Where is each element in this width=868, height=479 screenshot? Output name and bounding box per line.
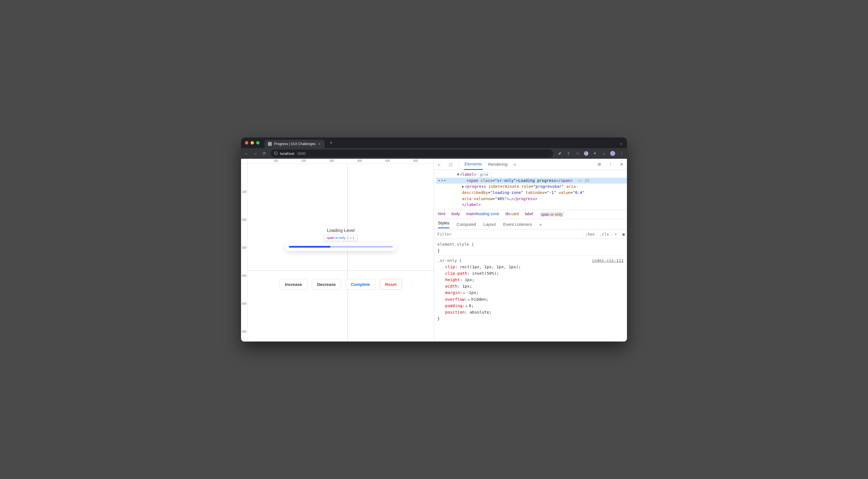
inspect-tooltip: span.sr-only1 × 1 — [324, 235, 358, 241]
favicon-icon — [268, 142, 272, 146]
tooltip-class: .sr-only — [334, 236, 345, 240]
close-devtools-icon[interactable]: ✕ — [619, 162, 625, 166]
cls-toggle[interactable]: .cls — [597, 230, 611, 238]
devtools-tabs: ⟀ ▢ Elements Rendering » ⚙ ⋮ ✕ — [434, 159, 627, 170]
crumb[interactable]: main#loading-zone — [466, 212, 499, 217]
tab-event-listeners[interactable]: Event Listeners — [503, 222, 532, 227]
rule-selector: .sr-only { — [437, 258, 462, 263]
crumb[interactable]: div.card — [505, 212, 519, 217]
tab-computed[interactable]: Computed — [457, 222, 476, 227]
element-style-selector: element.style { — [437, 242, 474, 247]
loading-heading: Loading Level — [327, 228, 355, 233]
address-field[interactable]: ⓘ localhost:3000 — [271, 150, 553, 157]
progress-track — [289, 246, 393, 248]
extensions-icon[interactable]: ✦ — [592, 151, 597, 156]
crumb[interactable]: body — [451, 212, 460, 217]
dom-tree[interactable]: ▼<label>grid •••<span class="sr-only">Lo… — [434, 170, 627, 210]
new-tab-button[interactable]: + — [327, 140, 336, 146]
dom-node[interactable]: ▼<label>grid — [436, 171, 627, 178]
crumb-selected[interactable]: span.sr-only — [539, 212, 564, 217]
back-icon[interactable]: ← — [244, 151, 249, 156]
toolbar-actions: ⬈ ⇧ ☆ ✦ ♪ ⋮ — [557, 151, 624, 156]
forward-icon[interactable]: → — [253, 151, 258, 156]
window-controls — [245, 141, 259, 145]
style-rules[interactable]: element.style { } index.css:111 .sr-only… — [434, 239, 627, 324]
url-bar: ← → ⟳ ⓘ localhost:3000 ⬈ ⇧ ☆ ✦ ♪ ⋮ — [241, 148, 627, 159]
tooltip-dimensions: 1 × 1 — [347, 236, 354, 240]
device-toggle-icon[interactable]: ▢ — [447, 162, 454, 166]
titlebar: Progress | GUI Challenges × + ⌄ — [241, 137, 627, 148]
tabs-more-icon[interactable]: » — [513, 159, 517, 169]
dom-node-selected[interactable]: •••<span class="sr-only">Loading progres… — [436, 178, 627, 184]
minimize-window-button[interactable] — [251, 141, 254, 145]
styles-filter-input[interactable] — [434, 230, 583, 239]
tabs-overflow-icon[interactable]: ⌄ — [619, 140, 623, 146]
increase-button[interactable]: Increase — [280, 279, 307, 290]
browser-tab[interactable]: Progress | GUI Challenges × — [265, 140, 325, 148]
styles-more-icon[interactable]: » — [539, 222, 542, 227]
crumb[interactable]: html — [438, 212, 445, 217]
dom-node: describedby="loading-zone" tabindex="-1"… — [436, 190, 627, 196]
bookmark-icon[interactable]: ☆ — [575, 151, 580, 156]
url-path: :3000 — [297, 152, 306, 156]
tab-styles[interactable]: Styles — [438, 221, 450, 228]
menu-icon[interactable]: ⋮ — [619, 151, 624, 156]
settings-icon[interactable]: ⚙ — [596, 162, 602, 166]
tab-elements[interactable]: Elements — [464, 159, 483, 170]
tooltip-tag: span — [327, 236, 334, 240]
reload-icon[interactable]: ⟳ — [262, 151, 267, 156]
extension-icon[interactable] — [584, 151, 588, 156]
devtools-panel: ⟀ ▢ Elements Rendering » ⚙ ⋮ ✕ ▼<label>g… — [434, 159, 627, 342]
url-host: localhost — [280, 152, 294, 156]
tab-layout[interactable]: Layout — [483, 222, 496, 227]
dom-node[interactable]: ▶<progress indeterminate role="progressb… — [436, 184, 627, 190]
maximize-window-button[interactable] — [256, 141, 259, 145]
close-tab-icon[interactable]: × — [318, 142, 321, 146]
site-info-icon[interactable]: ⓘ — [274, 151, 278, 156]
media-icon[interactable]: ♪ — [601, 151, 606, 156]
share-icon[interactable]: ⇧ — [566, 151, 571, 156]
dom-breadcrumbs: html body main#loading-zone div.card lab… — [434, 210, 627, 219]
progress-fill — [289, 246, 331, 248]
toggle-sidebar-icon[interactable]: ▣ — [620, 230, 627, 238]
rule-source[interactable]: index.css:111 — [592, 257, 624, 264]
progress-card — [285, 243, 397, 251]
dom-node[interactable]: </label> — [436, 202, 627, 208]
profile-avatar-icon[interactable] — [610, 151, 615, 156]
tab-title: Progress | GUI Challenges — [274, 142, 315, 146]
close-window-button[interactable] — [245, 141, 248, 145]
styles-filter-bar: :hov .cls ＋ ▣ — [434, 230, 627, 239]
hov-toggle[interactable]: :hov — [583, 230, 597, 238]
page-viewport: 100 200 300 400 500 600 100 200 300 400 … — [241, 159, 434, 342]
button-row: Increase Decrease Complete Reset — [280, 279, 402, 290]
complete-button[interactable]: Complete — [346, 279, 375, 290]
kebab-icon[interactable]: ⋮ — [608, 162, 614, 166]
browser-window: Progress | GUI Challenges × + ⌄ ← → ⟳ ⓘ … — [241, 137, 627, 342]
tab-rendering[interactable]: Rendering — [488, 159, 508, 169]
new-style-rule-icon[interactable]: ＋ — [611, 230, 620, 238]
reset-button[interactable]: Reset — [380, 279, 402, 290]
styles-tabs: Styles Computed Layout Event Listeners » — [434, 219, 627, 230]
decrease-button[interactable]: Decrease — [312, 279, 341, 290]
crumb[interactable]: label — [525, 212, 533, 217]
dom-node: aria-valuenow="40%">…</progress> — [436, 196, 627, 202]
open-external-icon[interactable]: ⬈ — [557, 151, 562, 156]
inspect-icon[interactable]: ⟀ — [436, 162, 442, 166]
